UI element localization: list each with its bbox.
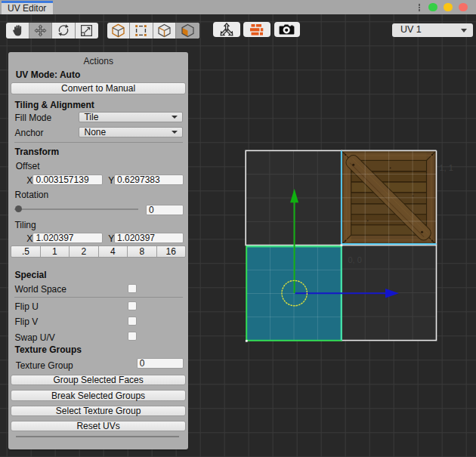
svg-text:0, 0: 0, 0 [348, 255, 362, 264]
svg-text:1, 1: 1, 1 [440, 163, 453, 172]
